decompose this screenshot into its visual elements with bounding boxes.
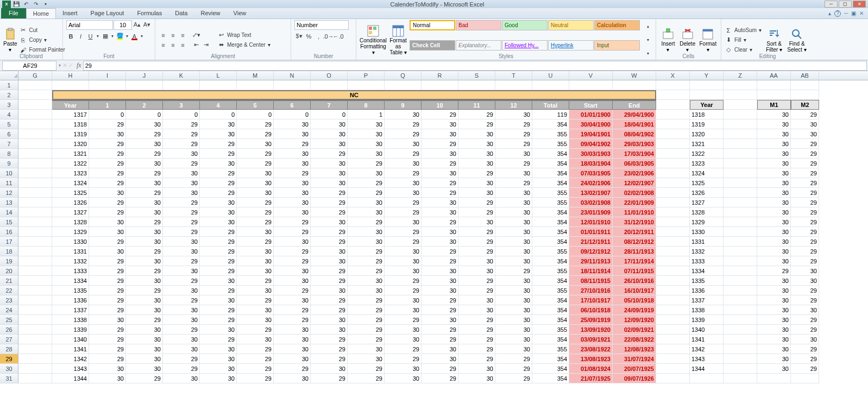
- cell[interactable]: 30: [163, 168, 200, 178]
- cell[interactable]: [89, 80, 126, 90]
- row-header[interactable]: 14: [0, 207, 18, 217]
- cell[interactable]: [724, 305, 757, 315]
- cell[interactable]: 30: [422, 286, 458, 295]
- cell[interactable]: 30: [348, 276, 385, 286]
- cell[interactable]: [757, 90, 791, 100]
- cell[interactable]: 1340: [690, 325, 724, 335]
- cell[interactable]: 29: [348, 266, 385, 276]
- cell[interactable]: 29: [89, 178, 126, 188]
- cell[interactable]: [656, 198, 690, 207]
- cell[interactable]: 18/11/1914: [569, 266, 613, 276]
- cell[interactable]: 354: [532, 119, 569, 129]
- tab-review[interactable]: Review: [194, 8, 227, 18]
- cell[interactable]: 30: [200, 325, 237, 335]
- cell[interactable]: 29: [791, 325, 819, 335]
- cell[interactable]: 354: [532, 364, 569, 374]
- name-box[interactable]: [2, 61, 56, 71]
- cell[interactable]: 30: [791, 276, 819, 286]
- copy-button[interactable]: ⎘Copy ▾: [20, 35, 65, 45]
- cell[interactable]: 30: [348, 149, 385, 159]
- cell[interactable]: 29: [422, 256, 458, 266]
- cell[interactable]: [724, 139, 757, 149]
- cell[interactable]: [656, 159, 690, 168]
- cell[interactable]: 30: [757, 188, 791, 198]
- cell[interactable]: 30: [311, 256, 348, 266]
- table-header[interactable]: Start: [569, 100, 613, 110]
- cell[interactable]: [656, 374, 690, 383]
- cell[interactable]: 30: [458, 149, 495, 159]
- cell[interactable]: 30: [422, 227, 458, 237]
- cell[interactable]: 30: [458, 217, 495, 227]
- cell[interactable]: 30: [385, 247, 422, 256]
- cell[interactable]: 1338: [690, 305, 724, 315]
- cell[interactable]: 30: [385, 110, 422, 119]
- cell[interactable]: 30: [237, 247, 274, 256]
- cell[interactable]: 1317: [52, 110, 89, 119]
- cell[interactable]: 29: [791, 247, 819, 256]
- table-header[interactable]: End: [613, 100, 656, 110]
- cell[interactable]: 30: [385, 188, 422, 198]
- cell[interactable]: [163, 80, 200, 90]
- cell[interactable]: 1323: [52, 168, 89, 178]
- cell[interactable]: 30: [458, 256, 495, 266]
- cell[interactable]: 30: [89, 217, 126, 227]
- align-top-icon[interactable]: ≡: [159, 30, 168, 40]
- cell[interactable]: 13/09/1920: [569, 325, 613, 335]
- row-header[interactable]: 16: [0, 227, 18, 237]
- fill-color-button[interactable]: 🪣: [115, 31, 124, 41]
- cell[interactable]: [656, 80, 690, 90]
- cell[interactable]: [18, 217, 52, 227]
- cell[interactable]: 30: [126, 276, 163, 286]
- cell[interactable]: 29: [237, 325, 274, 335]
- cell[interactable]: 1326: [690, 188, 724, 198]
- cell[interactable]: 29: [89, 276, 126, 286]
- cell[interactable]: [52, 80, 89, 90]
- cell[interactable]: 30: [495, 217, 532, 227]
- cell[interactable]: 30: [311, 364, 348, 374]
- cell[interactable]: 30: [757, 276, 791, 286]
- cell[interactable]: 1322: [690, 149, 724, 159]
- cell[interactable]: [348, 80, 385, 90]
- cell[interactable]: [724, 149, 757, 159]
- column-header[interactable]: H: [52, 71, 89, 80]
- save-icon[interactable]: 💾: [12, 1, 21, 8]
- cell[interactable]: 29: [89, 295, 126, 305]
- row-header[interactable]: 24: [0, 305, 18, 315]
- underline-dropdown-icon[interactable]: ▾: [96, 31, 100, 41]
- merge-center-button[interactable]: ⬌Merge & Center ▾: [217, 40, 271, 49]
- cell[interactable]: [18, 286, 52, 295]
- cell[interactable]: 30: [348, 286, 385, 295]
- cell[interactable]: 30/04/1900: [569, 119, 613, 129]
- cell[interactable]: 30: [311, 286, 348, 295]
- cell[interactable]: [126, 80, 163, 90]
- cell[interactable]: [656, 237, 690, 247]
- fx-icon[interactable]: fx: [75, 61, 83, 70]
- cell[interactable]: 29: [385, 129, 422, 139]
- cell[interactable]: 29: [791, 149, 819, 159]
- cell[interactable]: 29: [163, 207, 200, 217]
- cell[interactable]: [18, 159, 52, 168]
- cell[interactable]: 30: [200, 207, 237, 217]
- cell[interactable]: [18, 256, 52, 266]
- number-format-input[interactable]: [294, 20, 349, 30]
- style-neutral[interactable]: Neutral: [548, 20, 594, 30]
- row-header[interactable]: 8: [0, 149, 18, 159]
- cell[interactable]: 29: [385, 237, 422, 247]
- cell[interactable]: 29: [200, 247, 237, 256]
- cell[interactable]: 0: [237, 110, 274, 119]
- cell[interactable]: 29: [791, 344, 819, 354]
- cell[interactable]: 29: [458, 335, 495, 344]
- cell[interactable]: 1333: [52, 266, 89, 276]
- cell[interactable]: 30: [757, 354, 791, 364]
- style-hyperlink[interactable]: Hyperlink: [548, 40, 594, 51]
- row-header[interactable]: 23: [0, 295, 18, 305]
- cell[interactable]: 29: [348, 325, 385, 335]
- cell[interactable]: 29: [274, 364, 311, 374]
- cell[interactable]: 29: [89, 344, 126, 354]
- cell[interactable]: 29: [348, 374, 385, 383]
- style-calculation[interactable]: Calculation: [594, 20, 640, 30]
- cell[interactable]: 29: [163, 198, 200, 207]
- cut-button[interactable]: ✂Cut: [20, 26, 65, 35]
- cell[interactable]: 30: [200, 159, 237, 168]
- cell[interactable]: 30: [163, 247, 200, 256]
